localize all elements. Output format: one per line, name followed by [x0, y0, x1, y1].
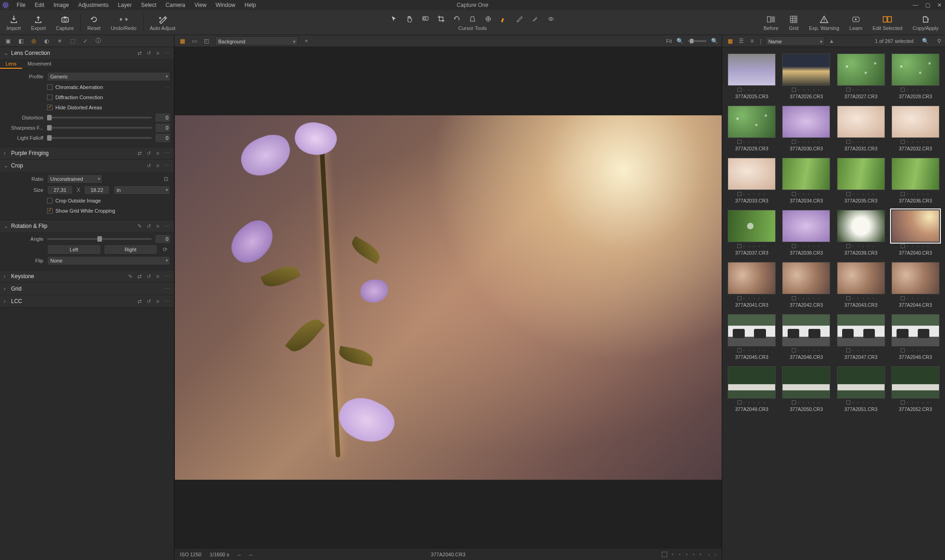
- rating-dots[interactable]: • • • • •: [798, 140, 821, 144]
- lens-correction-header[interactable]: ⌄ Lens Correction ⇄ ↺ ≡ ⋯: [0, 47, 174, 59]
- autoadjust-button[interactable]: Auto Adjust: [148, 13, 178, 32]
- grid-view-icon[interactable]: ▦: [726, 38, 734, 44]
- thumbnail[interactable]: • • • • •377A2047.CR3: [836, 314, 886, 360]
- rating-dots[interactable]: • • • • •: [852, 88, 875, 92]
- erase-mask-tool-icon[interactable]: [546, 14, 556, 24]
- thumbnail[interactable]: • • • • •377A2032.CR3: [891, 106, 940, 151]
- menu-dots-icon[interactable]: ⋯: [164, 50, 170, 56]
- menu-adjustments[interactable]: Adjustments: [73, 0, 113, 10]
- color-tab-icon[interactable]: ◐: [42, 37, 51, 45]
- menu-image[interactable]: Image: [49, 0, 73, 10]
- rating-dots[interactable]: • • • • •: [907, 400, 930, 405]
- rating-dots[interactable]: • • • • •: [743, 88, 766, 92]
- show-grid-crop-check[interactable]: Show Grid While Cropping: [4, 206, 170, 216]
- minimize-button[interactable]: —: [912, 2, 919, 8]
- capture-button[interactable]: Capture: [54, 13, 76, 32]
- color-tag-icon[interactable]: [792, 140, 796, 144]
- thumbnail[interactable]: • • • • •377A2035.CR3: [836, 158, 886, 203]
- search-icon[interactable]: 🔍: [922, 38, 929, 44]
- menu-dots-icon[interactable]: ⋯: [164, 223, 170, 229]
- menu-help[interactable]: Help: [240, 0, 261, 10]
- thumbnail[interactable]: • • • • •377A2043.CR3: [836, 262, 886, 308]
- angle-slider[interactable]: [47, 238, 152, 240]
- export-button[interactable]: Export: [29, 13, 48, 32]
- size-width-input[interactable]: 27.31: [47, 185, 73, 195]
- rating-dots[interactable]: • • • • •: [852, 400, 875, 405]
- thumbnail[interactable]: • • • • •377A2033.CR3: [727, 158, 777, 203]
- reset-adj-icon[interactable]: ↺: [145, 50, 152, 56]
- thumbnail[interactable]: • • • • •377A2034.CR3: [781, 158, 831, 203]
- color-tag-icon[interactable]: [846, 192, 850, 196]
- thumbnail[interactable]: • • • • •377A2037.CR3: [727, 210, 777, 256]
- angle-value[interactable]: 0: [156, 235, 170, 243]
- thumbnail[interactable]: • • • • •377A2038.CR3: [781, 210, 831, 256]
- reset-adj-icon[interactable]: ↺: [145, 163, 152, 169]
- thumbnail[interactable]: • • • • •377A2049.CR3: [727, 366, 777, 412]
- color-tag-icon[interactable]: [737, 244, 742, 248]
- color-tag-icon[interactable]: [792, 296, 796, 300]
- loupe-tool-icon[interactable]: [421, 14, 430, 24]
- rating-dots[interactable]: • • • • •: [798, 348, 821, 352]
- copy-adj-icon[interactable]: ⇄: [136, 50, 143, 56]
- color-tag-icon[interactable]: [846, 244, 850, 248]
- flip-dropdown[interactable]: None: [47, 256, 170, 265]
- reset-adj-icon[interactable]: ↺: [145, 298, 152, 304]
- menu-window[interactable]: Window: [211, 0, 240, 10]
- color-tag-icon[interactable]: [846, 140, 850, 144]
- size-unit-dropdown[interactable]: in: [114, 185, 170, 195]
- list-view-icon[interactable]: ☰: [737, 38, 745, 44]
- crop-tool-icon[interactable]: ⊡: [162, 176, 170, 182]
- before-button[interactable]: Before: [762, 13, 780, 32]
- thumbnail[interactable]: • • • • •377A2051.CR3: [836, 366, 886, 412]
- rating-dots[interactable]: • • • • •: [852, 296, 875, 300]
- multi-view-icon[interactable]: ▦: [178, 37, 186, 45]
- add-layer-icon[interactable]: ＋: [303, 37, 310, 45]
- exposure-tab-icon[interactable]: ☀: [55, 37, 64, 45]
- color-tag-icon[interactable]: [737, 296, 742, 300]
- rating-dots[interactable]: • • • • •: [798, 244, 821, 248]
- maximize-button[interactable]: ▢: [924, 2, 931, 8]
- color-tag-icon[interactable]: [737, 348, 742, 352]
- falloff-slider[interactable]: [47, 137, 152, 139]
- color-tag-icon[interactable]: [792, 348, 796, 352]
- profile-dropdown[interactable]: Generic: [47, 72, 170, 81]
- radial-mask-tool-icon[interactable]: [531, 14, 540, 24]
- thumbnail[interactable]: • • • • •377A2044.CR3: [891, 262, 940, 308]
- sort-dir-icon[interactable]: ▲: [829, 38, 834, 44]
- menu-dots-icon[interactable]: ⋯: [164, 286, 170, 292]
- editselected-button[interactable]: Edit Selected: [871, 13, 904, 32]
- learn-button[interactable]: Learn: [848, 13, 864, 32]
- preset-icon[interactable]: ≡: [155, 50, 161, 56]
- adjustment-tab-icon[interactable]: ✓: [81, 37, 90, 45]
- color-tag-icon[interactable]: [737, 400, 742, 405]
- menu-edit[interactable]: Edit: [30, 0, 49, 10]
- thumbnail[interactable]: • • • • •377A2027.CR3: [836, 54, 886, 99]
- rotate-right-button[interactable]: Right: [104, 244, 158, 255]
- rotate-tool-icon[interactable]: [452, 14, 461, 24]
- hand-tool-icon[interactable]: [405, 14, 414, 24]
- copy-adj-icon[interactable]: ✎: [136, 223, 143, 229]
- rating-dots[interactable]: • • • • •: [743, 296, 766, 300]
- menu-camera[interactable]: Camera: [161, 0, 190, 10]
- color-tag-icon[interactable]: [901, 400, 905, 405]
- straighten-icon[interactable]: ⟳: [160, 246, 170, 253]
- expwarning-button[interactable]: Exp. Warning: [807, 13, 841, 32]
- options-icon[interactable]: ⋯: [165, 84, 170, 90]
- rating-dots[interactable]: • • • • •: [798, 192, 821, 196]
- zoom-in-icon[interactable]: 🔍: [711, 38, 718, 44]
- viewer-canvas[interactable]: [174, 47, 722, 548]
- keystone-tool-icon[interactable]: [468, 14, 477, 24]
- filmstrip-view-icon[interactable]: ≡: [748, 38, 756, 44]
- zoom-slider[interactable]: [688, 40, 706, 42]
- hide-distorted-check[interactable]: Hide Distorted Areas: [4, 102, 170, 113]
- rating-picker[interactable]: ● ● ● ● ●: [672, 552, 704, 556]
- color-tag-picker[interactable]: [662, 552, 667, 557]
- thumbnail[interactable]: • • • • •377A2041.CR3: [727, 262, 777, 308]
- rating-dots[interactable]: • • • • •: [743, 140, 766, 144]
- menu-layer[interactable]: Layer: [113, 0, 136, 10]
- crop-header[interactable]: ⌄ Crop ↺ ≡ ⋯: [0, 160, 174, 172]
- menu-file[interactable]: File: [12, 0, 30, 10]
- thumbnail[interactable]: • • • • •377A2039.CR3: [836, 210, 886, 256]
- crop-tool-icon[interactable]: [437, 14, 446, 24]
- tab-lens[interactable]: Lens: [0, 59, 22, 69]
